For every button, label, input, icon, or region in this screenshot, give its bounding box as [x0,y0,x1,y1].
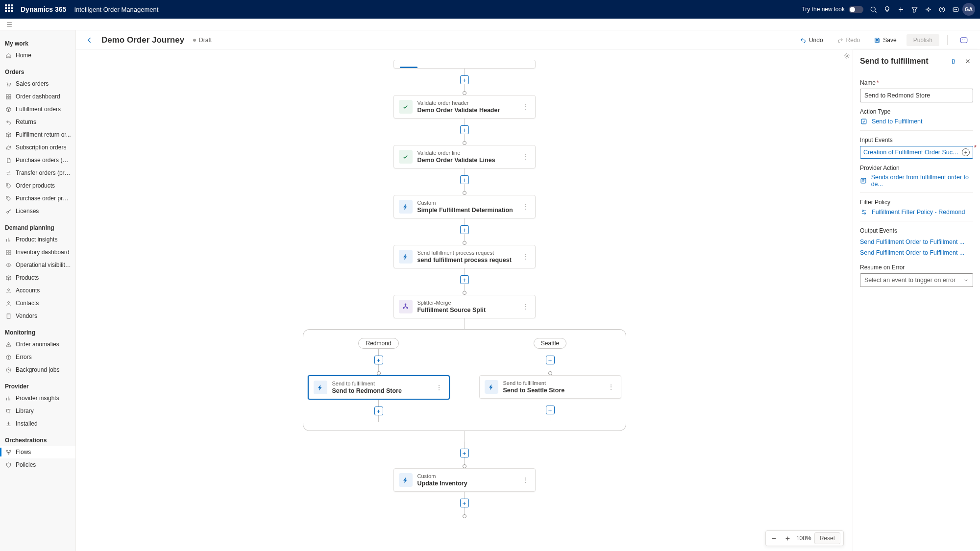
command-bar [0,19,980,30]
assistant-icon[interactable] [949,2,962,16]
try-new-look-label: Try the new look [802,6,845,13]
global-topbar: Dynamics 365 Intelligent Order Managemen… [0,0,980,19]
svg-point-10 [956,9,957,10]
filter-icon[interactable] [907,2,921,16]
nav-toggle-icon[interactable] [4,19,15,30]
svg-point-9 [955,9,956,10]
user-avatar[interactable]: GA [962,3,975,16]
app-name-label: Intelligent Order Management [74,6,158,13]
settings-icon[interactable] [921,2,935,16]
add-icon[interactable] [894,2,907,16]
try-new-look-toggle[interactable] [849,6,863,13]
svg-point-7 [942,11,942,11]
svg-rect-8 [953,7,958,11]
help-icon[interactable] [935,2,949,16]
svg-point-0 [871,7,875,11]
svg-point-5 [927,8,929,10]
lightbulb-icon[interactable] [880,2,894,16]
brand-label: Dynamics 365 [21,5,66,13]
app-launcher-icon[interactable] [5,4,15,14]
try-new-look[interactable]: Try the new look [802,6,863,13]
svg-line-1 [875,11,876,12]
search-icon[interactable] [866,2,880,16]
